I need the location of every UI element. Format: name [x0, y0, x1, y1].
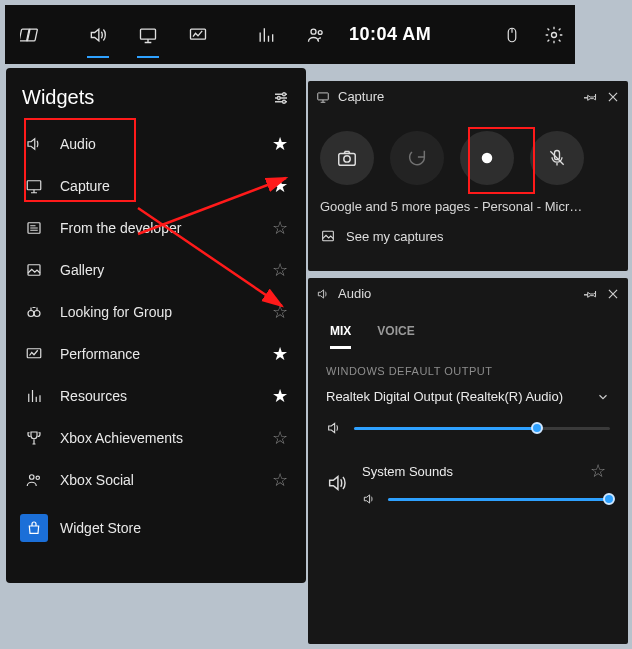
mic-mute-button[interactable] [530, 131, 584, 185]
widget-item-label: From the developer [60, 220, 268, 236]
people-icon [20, 466, 48, 494]
star-outline-icon[interactable]: ☆ [268, 427, 292, 449]
widget-item-resources[interactable]: Resources ★ [14, 375, 298, 417]
svg-rect-11 [27, 181, 41, 190]
resources-widget-icon[interactable] [241, 5, 291, 64]
tab-mix[interactable]: MIX [330, 316, 351, 349]
svg-point-8 [283, 92, 286, 95]
star-outline-icon[interactable]: ☆ [586, 460, 610, 482]
gallery-icon [20, 256, 48, 284]
record-last-button[interactable] [390, 131, 444, 185]
svg-point-17 [30, 475, 35, 480]
see-captures-label: See my captures [346, 229, 444, 244]
mixer-app-name: System Sounds [362, 464, 453, 479]
widget-item-label: Capture [60, 178, 268, 194]
svg-point-21 [344, 156, 350, 162]
bars-icon [20, 382, 48, 410]
capture-widget-icon[interactable] [123, 5, 173, 64]
svg-rect-3 [191, 29, 206, 39]
widget-item-label: Audio [60, 136, 268, 152]
chart-icon [20, 340, 48, 368]
speaker-icon [326, 472, 348, 494]
widget-item-developer[interactable]: From the developer ☆ [14, 207, 298, 249]
audio-panel: Audio MIX VOICE WINDOWS DEFAULT OUTPUT R… [308, 278, 628, 644]
widget-item-label: Xbox Social [60, 472, 268, 488]
svg-rect-2 [141, 29, 156, 39]
widget-item-label: Looking for Group [60, 304, 268, 320]
star-outline-icon[interactable]: ☆ [268, 259, 292, 281]
see-captures-button[interactable]: See my captures [308, 218, 628, 252]
star-icon[interactable]: ★ [268, 175, 292, 197]
tab-voice[interactable]: VOICE [377, 316, 414, 349]
monitor-icon [20, 172, 48, 200]
svg-point-7 [552, 32, 557, 37]
chevron-down-icon [596, 390, 610, 404]
audio-title: Audio [338, 286, 576, 301]
star-outline-icon[interactable]: ☆ [268, 217, 292, 239]
settings-icon[interactable] [533, 5, 575, 64]
binoculars-icon [20, 298, 48, 326]
star-icon[interactable]: ★ [268, 133, 292, 155]
widget-item-label: Xbox Achievements [60, 430, 268, 446]
widget-store[interactable]: Widget Store [14, 507, 298, 549]
game-bar: 10:04 AM [5, 5, 575, 64]
widgets-panel: Widgets Audio ★ Capture ★ From the devel… [6, 68, 306, 583]
widget-item-lfg[interactable]: Looking for Group ☆ [14, 291, 298, 333]
clock: 10:04 AM [349, 24, 431, 45]
master-volume-row [308, 410, 628, 446]
widgets-toggle-icon[interactable] [5, 5, 55, 64]
xbox-social-widget-icon[interactable] [291, 5, 341, 64]
widget-item-social[interactable]: Xbox Social ☆ [14, 459, 298, 501]
audio-header-icon [316, 287, 330, 301]
widget-item-gallery[interactable]: Gallery ☆ [14, 249, 298, 291]
widgets-settings-icon[interactable] [272, 89, 290, 107]
svg-point-18 [36, 476, 39, 479]
svg-point-5 [318, 30, 322, 34]
svg-point-9 [277, 96, 280, 99]
close-icon[interactable] [606, 287, 620, 301]
star-icon[interactable]: ★ [268, 343, 292, 365]
output-device-name: Realtek Digital Output (Realtek(R) Audio… [326, 389, 563, 404]
star-outline-icon[interactable]: ☆ [268, 469, 292, 491]
screenshot-button[interactable] [320, 131, 374, 185]
volume-icon[interactable] [326, 420, 342, 436]
svg-rect-13 [28, 265, 40, 276]
news-icon [20, 214, 48, 242]
svg-point-15 [34, 311, 40, 317]
mouse-icon[interactable] [491, 5, 533, 64]
performance-widget-icon[interactable] [173, 5, 223, 64]
trophy-icon [20, 424, 48, 452]
star-icon[interactable]: ★ [268, 385, 292, 407]
capture-header-icon [316, 90, 330, 104]
svg-point-4 [311, 29, 316, 34]
widget-item-performance[interactable]: Performance ★ [14, 333, 298, 375]
svg-point-22 [482, 153, 493, 164]
svg-point-10 [283, 100, 286, 103]
capture-title: Capture [338, 89, 576, 104]
widget-item-label: Gallery [60, 262, 268, 278]
svg-rect-16 [27, 349, 41, 358]
pin-icon[interactable] [584, 90, 598, 104]
master-volume-slider[interactable] [354, 421, 610, 435]
svg-rect-24 [323, 231, 334, 240]
widget-item-label: Performance [60, 346, 268, 362]
volume-icon [20, 130, 48, 158]
close-icon[interactable] [606, 90, 620, 104]
capture-window-name: Google and 5 more pages - Personal - Mic… [308, 195, 628, 218]
system-sounds-slider[interactable] [388, 492, 610, 506]
widget-item-achievements[interactable]: Xbox Achievements ☆ [14, 417, 298, 459]
pin-icon[interactable] [584, 287, 598, 301]
audio-widget-icon[interactable] [73, 5, 123, 64]
record-button[interactable] [460, 131, 514, 185]
widget-item-audio[interactable]: Audio ★ [14, 123, 298, 165]
capture-panel: Capture Google and 5 more pages - Person… [308, 81, 628, 271]
audio-tabs: MIX VOICE [308, 310, 628, 349]
widget-item-capture[interactable]: Capture ★ [14, 165, 298, 207]
svg-rect-19 [318, 92, 329, 99]
output-device-row[interactable]: Realtek Digital Output (Realtek(R) Audio… [308, 383, 628, 410]
volume-icon[interactable] [362, 492, 376, 506]
star-outline-icon[interactable]: ☆ [268, 301, 292, 323]
store-icon [20, 514, 48, 542]
svg-point-14 [28, 311, 34, 317]
widget-store-label: Widget Store [60, 520, 292, 536]
